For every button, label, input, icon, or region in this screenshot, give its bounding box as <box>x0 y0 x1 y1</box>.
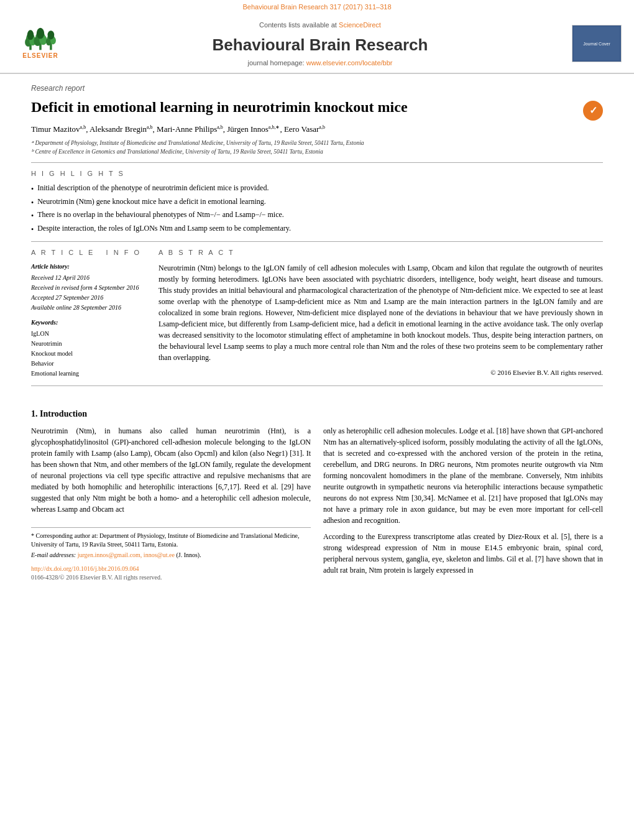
email-author: (J. Innos). <box>176 552 201 558</box>
svg-point-14 <box>48 31 55 40</box>
available-date: Available online 28 September 2016 <box>31 303 146 312</box>
article-content: Research report Deficit in emotional lea… <box>0 74 634 402</box>
footnotes: * Corresponding author at: Department of… <box>31 527 311 560</box>
authors-text: Timur Mazitova,b, Aleksandr Bregina,b, M… <box>31 124 325 134</box>
footer-copyright: 0166-4328/© 2016 Elsevier B.V. All right… <box>31 573 311 582</box>
abstract-text: Neurotrimin (Ntm) belongs to the IgLON f… <box>158 262 603 363</box>
accepted-date: Accepted 27 September 2016 <box>31 293 146 302</box>
bullet-icon: • <box>31 198 34 208</box>
highlight-2: • Neurotrimin (Ntm) gene knockout mice h… <box>31 196 603 208</box>
highlights-section: H I G H L I G H T S • Initial descriptio… <box>31 169 603 235</box>
article-info-label: A R T I C L E I N F O <box>31 248 146 257</box>
bullet-icon: • <box>31 224 34 235</box>
svg-point-9 <box>37 28 44 39</box>
article-info-col: A R T I C L E I N F O Article history: R… <box>31 248 146 379</box>
keywords-section: Keywords: IgLON Neurotrimin Knockout mod… <box>31 318 146 378</box>
email-label: E-mail addresses: <box>31 552 76 558</box>
keyword-1: IgLON <box>31 330 146 338</box>
body-right-col: only as heterophilic cell adhesion molec… <box>323 425 603 582</box>
info-abstract-section: A R T I C L E I N F O Article history: R… <box>31 248 603 379</box>
highlight-1: • Initial description of the phenotype o… <box>31 183 603 195</box>
intro-para-1: Neurotrimin (Ntm), in humans also called… <box>31 425 311 515</box>
keyword-2: Neurotrimin <box>31 339 146 348</box>
highlight-3: • There is no overlap in the behavioural… <box>31 210 603 221</box>
journal-header: ELSEVIER Contents lists available at Sci… <box>0 13 634 74</box>
highlight-text-4: Despite interaction, the roles of IgLONs… <box>37 223 291 234</box>
highlight-text-3: There is no overlap in the behavioural p… <box>37 210 284 220</box>
bullet-icon: • <box>31 184 34 195</box>
highlights-label: H I G H L I G H T S <box>31 169 603 178</box>
intro-heading: 1. Introduction <box>31 408 603 420</box>
article-title: Deficit in emotional learning in neurotr… <box>31 98 408 117</box>
page: Behavioural Brain Research 317 (2017) 31… <box>0 0 634 840</box>
corresponding-footnote: * Corresponding author at: Department of… <box>31 532 311 549</box>
divider-2 <box>31 241 603 242</box>
intro-para-right-1: only as heterophilic cell adhesion molec… <box>323 425 603 526</box>
elsevier-name: ELSEVIER <box>22 52 58 60</box>
svg-point-4 <box>27 30 34 40</box>
authors-section: Timur Mazitova,b, Aleksandr Bregina,b, M… <box>31 123 603 135</box>
abstract-col: A B S T R A C T Neurotrimin (Ntm) belong… <box>158 248 603 379</box>
highlight-text-2: Neurotrimin (Ntm) gene knockout mice hav… <box>37 196 266 207</box>
divider-3 <box>31 385 603 386</box>
homepage-label: journal homepage: <box>248 59 305 67</box>
body-two-col: Neurotrimin (Ntm), in humans also called… <box>31 425 603 582</box>
keywords-label: Keywords: <box>31 318 146 327</box>
keyword-3: Knockout model <box>31 349 146 358</box>
journal-homepage: journal homepage: www.elsevier.com/locat… <box>68 58 572 68</box>
received-date: Received 12 April 2016 <box>31 274 146 282</box>
affiliation-b: ᵇ Centre of Excellence in Genomics and T… <box>31 147 603 156</box>
highlight-4: • Despite interaction, the roles of IgLO… <box>31 223 603 235</box>
journal-center: Contents lists available at ScienceDirec… <box>68 19 572 68</box>
top-citation-bar: Behavioural Brain Research 317 (2017) 31… <box>0 0 634 13</box>
journal-cover-image: Journal Cover <box>572 25 621 62</box>
body-left-col: Neurotrimin (Ntm), in humans also called… <box>31 425 311 582</box>
sciencedirect-link[interactable]: ScienceDirect <box>339 21 381 29</box>
bullet-icon: • <box>31 211 34 221</box>
email-values[interactable]: jurgen.innos@gmail.com, innos@ut.ee <box>78 552 175 558</box>
copyright-text: © 2016 Elsevier B.V. All rights reserved… <box>158 368 603 377</box>
contents-text: Contents lists available at <box>259 21 337 29</box>
revised-date: Received in revised form 4 September 201… <box>31 284 146 292</box>
contents-available: Contents lists available at ScienceDirec… <box>68 19 572 30</box>
abstract-label: A B S T R A C T <box>158 248 603 257</box>
intro-para-right-2: According to the Eurexpress transcriptom… <box>323 531 603 576</box>
elsevier-tree-icon <box>22 27 59 52</box>
elsevier-logo: ELSEVIER <box>12 25 68 62</box>
doi-link[interactable]: http://dx.doi.org/10.1016/j.bbr.2016.09.… <box>31 565 311 573</box>
homepage-url[interactable]: www.elsevier.com/locate/bbr <box>306 59 393 67</box>
journal-title: Behavioural Brain Research <box>68 34 572 56</box>
footer-bar: http://dx.doi.org/10.1016/j.bbr.2016.09.… <box>31 565 311 582</box>
affiliation-a: ᵃ Department of Physiology, Institute of… <box>31 139 603 147</box>
citation-text: Behavioural Brain Research 317 (2017) 31… <box>242 3 391 11</box>
journal-thumbnail: Journal Cover <box>572 25 622 62</box>
article-type: Research report <box>31 83 603 94</box>
keyword-5: Emotional learning <box>31 369 146 378</box>
divider-1 <box>31 162 603 163</box>
svg-text:Journal Cover: Journal Cover <box>583 42 610 46</box>
authors-list: Timur Mazitova,b, Aleksandr Bregina,b, M… <box>31 123 603 135</box>
highlight-text-1: Initial description of the phenotype of … <box>37 183 269 193</box>
email-footnote: E-mail addresses: jurgen.innos@gmail.com… <box>31 551 311 560</box>
history-label: Article history: <box>31 262 146 271</box>
affiliations: ᵃ Department of Physiology, Institute of… <box>31 139 603 157</box>
body-content: 1. Introduction Neurotrimin (Ntm), in hu… <box>0 402 634 591</box>
article-history: Article history: Received 12 April 2016 … <box>31 262 146 312</box>
keyword-4: Behavior <box>31 359 146 368</box>
crossmark-logo: ✓ <box>583 101 603 121</box>
